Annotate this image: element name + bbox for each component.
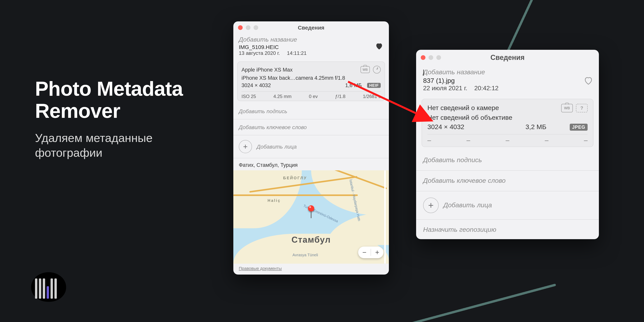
minimize-icon[interactable] bbox=[246, 25, 250, 30]
filename: IMG_5109.HEIC bbox=[239, 44, 375, 50]
exif-strip: ISO 25 4.25 mm 0 ev ƒ/1.8 1/2681 s bbox=[242, 92, 381, 99]
filesize: 3,2 МБ bbox=[526, 123, 546, 131]
map-city-label: Стамбул bbox=[292, 235, 331, 245]
add-face-button[interactable]: + bbox=[423, 198, 439, 213]
page-title: Photo Metadata Remover bbox=[35, 78, 218, 122]
zoom-icon[interactable] bbox=[436, 55, 441, 60]
lens-info: iPhone XS Max back…camera 4.25mm f/1.8 bbox=[242, 75, 345, 81]
add-faces-label: Добавить лица bbox=[257, 144, 297, 150]
exif-strip: – – – – – bbox=[428, 134, 588, 144]
format-badge: JPEG bbox=[570, 124, 588, 131]
info-panel-after: Сведения | Добавить название 837 (1).jpg… bbox=[416, 50, 599, 239]
location-text: Фатих, Стамбул, Турция bbox=[233, 159, 389, 170]
favorite-heart-icon[interactable] bbox=[375, 42, 384, 50]
add-title-field[interactable]: | Добавить название bbox=[423, 68, 583, 76]
map-ferry-label: TurYol Eminönü-Odessa bbox=[303, 204, 339, 223]
dimensions: 3024 × 4032 bbox=[242, 82, 271, 88]
zoom-icon[interactable] bbox=[254, 25, 258, 30]
add-keyword-field[interactable]: Добавить ключевое слово bbox=[233, 120, 389, 134]
assign-geolocation-field[interactable]: Назначить геопозицию bbox=[416, 220, 599, 239]
add-title-field[interactable]: Добавить название bbox=[239, 36, 375, 43]
brand-logo bbox=[35, 275, 62, 299]
window-titlebar: Сведения bbox=[233, 22, 389, 34]
hero-text: Photo Metadata Remover Удаляем метаданны… bbox=[35, 78, 218, 160]
map-halic-label: Haliç bbox=[268, 198, 281, 202]
metering-icon bbox=[373, 66, 381, 74]
camera-info-card: Нет сведений о камере WB ? Нет сведений … bbox=[422, 99, 594, 147]
zoom-in-button[interactable]: + bbox=[371, 246, 384, 258]
map-district-label: БЕЙОГЛУ bbox=[283, 176, 307, 180]
camera-model: Apple iPhone XS Max bbox=[242, 67, 293, 72]
window-titlebar: Сведения bbox=[416, 50, 599, 65]
camera-info-card: Apple iPhone XS Max WB iPhone XS Max bac… bbox=[237, 62, 385, 101]
add-keyword-field[interactable]: Добавить ключевое слово bbox=[416, 172, 599, 190]
camera-wb-icon: WB bbox=[561, 104, 573, 112]
window-title: Сведения bbox=[298, 24, 324, 31]
close-icon[interactable] bbox=[421, 55, 426, 60]
add-caption-field[interactable]: Добавить подпись bbox=[416, 151, 599, 170]
zoom-out-button[interactable]: − bbox=[358, 246, 370, 258]
decorative-line bbox=[218, 284, 556, 322]
location-map[interactable]: БЕЙОГЛУ Haliç TurYol Eminönü-Odessa İsta… bbox=[233, 170, 389, 264]
map-tunnel-label: Avrasya Tüneli bbox=[292, 253, 318, 257]
map-zoom-control: − + bbox=[358, 246, 384, 258]
add-face-button[interactable]: + bbox=[239, 140, 252, 153]
traffic-lights bbox=[421, 55, 441, 60]
map-pin-icon[interactable] bbox=[308, 205, 314, 211]
capture-date: 22 июля 2021 г.20:42:12 bbox=[423, 85, 583, 92]
add-faces-label: Добавить лица bbox=[443, 202, 492, 209]
camera-wb-icon: WB bbox=[360, 66, 370, 73]
info-panel-before: Сведения Добавить название IMG_5109.HEIC… bbox=[233, 22, 389, 274]
page-subtitle: Удаляем метаданные фотографии bbox=[35, 131, 218, 160]
format-badge: HEIF bbox=[367, 83, 381, 88]
window-title: Сведения bbox=[490, 54, 524, 62]
add-caption-field[interactable]: Добавить подпись bbox=[233, 104, 389, 118]
capture-date: 13 августа 2020 г.14:11:21 bbox=[239, 50, 375, 56]
dimensions: 3024 × 4032 bbox=[428, 123, 464, 131]
legal-link[interactable]: Правовые документы bbox=[239, 266, 282, 271]
traffic-lights bbox=[238, 25, 258, 30]
favorite-heart-icon[interactable] bbox=[583, 76, 592, 84]
filesize: 1,6 МБ bbox=[345, 82, 362, 88]
close-icon[interactable] bbox=[238, 25, 243, 30]
lens-info: Нет сведений об объективе bbox=[428, 114, 512, 122]
minimize-icon[interactable] bbox=[428, 55, 433, 60]
unknown-lens-icon: ? bbox=[576, 104, 588, 112]
camera-model: Нет сведений о камере bbox=[428, 104, 499, 112]
filename: 837 (1).jpg bbox=[423, 77, 583, 85]
